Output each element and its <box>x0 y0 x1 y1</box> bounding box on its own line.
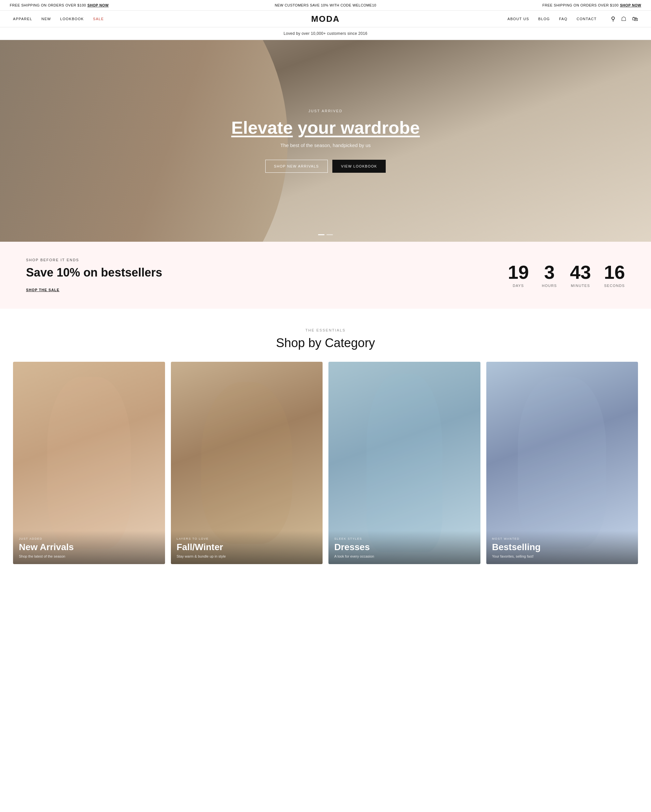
announcement-right-link[interactable]: SHOP NOW <box>620 3 641 7</box>
hero-title-underlined: Elevate <box>231 118 293 137</box>
category-overlay-new-arrivals: JUST ADDED New Arrivals Shop the latest … <box>13 531 165 564</box>
category-card-new-arrivals[interactable]: JUST ADDED New Arrivals Shop the latest … <box>13 362 165 564</box>
announcement-center: NEW CUSTOMERS SAVE 10% WITH CODE WELCOME… <box>109 3 542 7</box>
category-section: THE ESSENTIALS Shop by Category JUST ADD… <box>0 309 651 577</box>
nav-item-new[interactable]: NEW <box>41 17 51 21</box>
category-tag-dresses: SLEEK STYLES <box>334 537 475 540</box>
category-eyebrow: THE ESSENTIALS <box>13 328 638 332</box>
trust-bar: Loved by over 10,000+ customers since 20… <box>0 27 651 40</box>
category-tag-new-arrivals: JUST ADDED <box>19 537 159 540</box>
countdown-hours-label: HOURS <box>542 284 557 288</box>
announcement-left: FREE SHIPPING ON ORDERS OVER $100 SHOP N… <box>10 3 109 7</box>
account-icon[interactable]: ☖ <box>621 15 626 23</box>
sale-countdown: 19 DAYS 3 HOURS 43 MINUTES 16 SECONDS <box>508 263 625 288</box>
category-name-new-arrivals: New Arrivals <box>19 542 159 553</box>
sale-left: SHOP BEFORE IT ENDS Save 10% on bestsell… <box>26 258 508 293</box>
category-overlay-dresses: SLEEK STYLES Dresses A look for every oc… <box>329 531 480 564</box>
countdown-minutes: 43 MINUTES <box>570 263 591 288</box>
announcement-center-text: NEW CUSTOMERS SAVE 10% WITH CODE WELCOME… <box>275 3 376 7</box>
hero-dots <box>318 234 333 235</box>
countdown-minutes-value: 43 <box>570 263 591 282</box>
hero-section: JUST ARRIVED Elevate your wardrobe The b… <box>0 40 651 242</box>
category-name-bestselling: Bestselling <box>492 542 633 553</box>
category-overlay-bestselling: MOST WANTED Bestselling Your favorites, … <box>486 531 638 564</box>
countdown-seconds-value: 16 <box>604 263 625 282</box>
nav-item-contact[interactable]: CONTACT <box>576 17 597 21</box>
brand-logo[interactable]: MODA <box>311 14 340 24</box>
view-lookbook-button[interactable]: VIEW LOOKBOOK <box>332 160 386 173</box>
shop-the-sale-link[interactable]: SHOP THE SALE <box>26 288 60 292</box>
nav-right: ABOUT US BLOG FAQ CONTACT ⚲ ☖ 🛍 <box>507 15 638 23</box>
nav-item-sale[interactable]: SALE <box>93 17 104 21</box>
category-desc-new-arrivals: Shop the latest of the season <box>19 554 159 558</box>
shop-new-arrivals-button[interactable]: SHOP NEW ARRIVALS <box>265 160 328 173</box>
countdown-seconds: 16 SECONDS <box>604 263 625 288</box>
hero-subtitle: The best of the season, handpicked by us <box>231 142 420 148</box>
announcement-right: FREE SHIPPING ON ORDERS OVER $100 SHOP N… <box>542 3 641 7</box>
nav-item-apparel[interactable]: APPAREL <box>13 17 32 21</box>
category-tag-fall-winter: LAYERS TO LOVE <box>177 537 317 540</box>
announcement-left-text: FREE SHIPPING ON ORDERS OVER $100 <box>10 3 86 7</box>
announcement-bar: FREE SHIPPING ON ORDERS OVER $100 SHOP N… <box>0 0 651 11</box>
nav-item-faq[interactable]: FAQ <box>559 17 567 21</box>
category-desc-fall-winter: Stay warm & bundle up in style <box>177 554 317 558</box>
countdown-hours: 3 HOURS <box>542 263 557 288</box>
countdown-minutes-label: MINUTES <box>570 284 591 288</box>
nav-item-about-us[interactable]: ABOUT US <box>507 17 529 21</box>
countdown-days-label: DAYS <box>508 284 529 288</box>
search-icon[interactable]: ⚲ <box>611 15 615 23</box>
category-card-bestselling[interactable]: MOST WANTED Bestselling Your favorites, … <box>486 362 638 564</box>
category-overlay-fall-winter: LAYERS TO LOVE Fall/Winter Stay warm & b… <box>171 531 323 564</box>
announcement-left-link[interactable]: SHOP NOW <box>87 3 109 7</box>
hero-dot-1[interactable] <box>318 234 324 235</box>
nav-item-lookbook[interactable]: LOOKBOOK <box>60 17 84 21</box>
nav-icons: ⚲ ☖ 🛍 <box>611 15 638 23</box>
hero-buttons: SHOP NEW ARRIVALS VIEW LOOKBOOK <box>231 160 420 173</box>
category-card-dresses[interactable]: SLEEK STYLES Dresses A look for every oc… <box>329 362 480 564</box>
cart-icon[interactable]: 🛍 <box>632 15 638 23</box>
countdown-seconds-label: SECONDS <box>604 284 625 288</box>
category-name-dresses: Dresses <box>334 542 475 553</box>
category-card-fall-winter[interactable]: LAYERS TO LOVE Fall/Winter Stay warm & b… <box>171 362 323 564</box>
hero-eyebrow: JUST ARRIVED <box>231 109 420 113</box>
category-name-fall-winter: Fall/Winter <box>177 542 317 553</box>
category-desc-dresses: A look for every occasion <box>334 554 475 558</box>
navbar: APPAREL NEW LOOKBOOK SALE MODA ABOUT US … <box>0 11 651 27</box>
category-desc-bestselling: Your favorites, selling fast! <box>492 554 633 558</box>
category-tag-bestselling: MOST WANTED <box>492 537 633 540</box>
sale-banner: SHOP BEFORE IT ENDS Save 10% on bestsell… <box>0 242 651 309</box>
trust-bar-text: Loved by over 10,000+ customers since 20… <box>284 31 367 36</box>
category-title: Shop by Category <box>13 336 638 350</box>
announcement-right-text: FREE SHIPPING ON ORDERS OVER $100 <box>542 3 619 7</box>
countdown-hours-value: 3 <box>542 263 557 282</box>
hero-dot-2[interactable] <box>327 234 333 235</box>
hero-content: JUST ARRIVED Elevate your wardrobe The b… <box>225 109 426 173</box>
category-grid: JUST ADDED New Arrivals Shop the latest … <box>13 362 638 564</box>
nav-left: APPAREL NEW LOOKBOOK SALE <box>13 17 104 21</box>
nav-item-blog[interactable]: BLOG <box>538 17 550 21</box>
sale-eyebrow: SHOP BEFORE IT ENDS <box>26 258 508 262</box>
countdown-days: 19 DAYS <box>508 263 529 288</box>
hero-title: Elevate your wardrobe <box>231 118 420 137</box>
hero-title-plain: your wardrobe <box>298 118 420 137</box>
sale-title: Save 10% on bestsellers <box>26 266 508 279</box>
countdown-days-value: 19 <box>508 263 529 282</box>
